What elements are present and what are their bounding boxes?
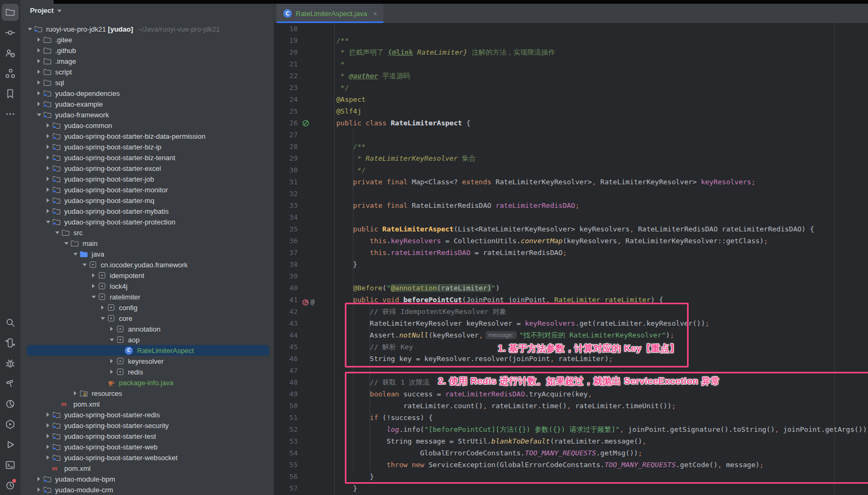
chevron-collapsed-icon[interactable] xyxy=(44,196,52,205)
tree-row-main[interactable]: main xyxy=(20,238,274,249)
code-line-29[interactable]: 29 * RateLimiterKeyResolver 集合 xyxy=(274,153,868,164)
code-line-25[interactable]: 25@Slf4j xyxy=(274,106,868,117)
tree-row-java[interactable]: java xyxy=(20,249,274,259)
code-line-49[interactable]: 49 boolean success = rateLimiterRedisDAO… xyxy=(274,388,868,400)
tree-row-yudao-spring-boot-starter-websocket[interactable]: yudao-spring-boot-starter-websocket xyxy=(20,452,274,463)
tree-row-pom-xml[interactable]: mpom.xml xyxy=(20,399,274,409)
tree-row-aop[interactable]: aop xyxy=(20,334,274,345)
tree-row-yudao-spring-boot-starter-biz-ip[interactable]: yudao-spring-boot-starter-biz-ip xyxy=(20,141,274,152)
chevron-expanded-icon[interactable] xyxy=(89,292,97,301)
commit-icon[interactable] xyxy=(2,24,19,41)
code-line-56[interactable]: 56 } xyxy=(274,471,868,483)
tree-row-config[interactable]: config xyxy=(20,302,274,313)
code-line-19[interactable]: 19/** xyxy=(274,35,868,47)
code-line-18[interactable]: 18 xyxy=(274,23,868,35)
chevron-collapsed-icon[interactable] xyxy=(35,89,43,98)
tree-row-ratelimiteraspect[interactable]: CRateLimiterAspect xyxy=(20,345,274,356)
chevron-expanded-icon[interactable] xyxy=(62,239,70,248)
code-line-27[interactable]: 27 xyxy=(274,129,868,141)
chevron-collapsed-icon[interactable] xyxy=(44,421,52,430)
chevron-collapsed-icon[interactable] xyxy=(108,325,116,333)
code-line-46[interactable]: 46 String key = keyResolver.resolver(joi… xyxy=(274,353,868,365)
code-editor[interactable]: 1819/**20 * 拦截声明了 {@link RateLimiter} 注解… xyxy=(274,23,868,495)
tree-row-pom-xml[interactable]: mpom.xml xyxy=(20,463,274,474)
code-line-30[interactable]: 30 */ xyxy=(274,164,868,176)
search-icon[interactable] xyxy=(2,314,19,331)
code-line-20[interactable]: 20 * 拦截声明了 {@link RateLimiter} 注解的方法，实现限… xyxy=(274,47,868,58)
tree-row--gitee[interactable]: .gitee xyxy=(20,34,274,45)
chevron-expanded-icon[interactable] xyxy=(53,228,61,237)
project-icon[interactable] xyxy=(2,4,19,21)
code-line-42[interactable]: 42 // 获得 IdempotentKeyResolver 对象 xyxy=(274,306,868,318)
code-line-21[interactable]: 21 * xyxy=(274,58,868,70)
code-line-54[interactable]: 54 GlobalErrorCodeConstants.TOO_MANY_REQ… xyxy=(274,447,868,459)
chevron-collapsed-icon[interactable] xyxy=(44,185,52,194)
tree-row-idempotent[interactable]: idempotent xyxy=(20,270,274,281)
code-line-39[interactable]: 39 xyxy=(274,271,868,282)
chevron-collapsed-icon[interactable] xyxy=(35,35,43,44)
profiler-icon[interactable] xyxy=(2,395,19,412)
tree-row-yudao-spring-boot-starter-test[interactable]: yudao-spring-boot-starter-test xyxy=(20,431,274,441)
chevron-collapsed-icon[interactable] xyxy=(35,68,43,76)
chevron-down-icon[interactable] xyxy=(57,10,62,12)
chevron-collapsed-icon[interactable] xyxy=(89,282,97,290)
bean-gutter-icon[interactable] xyxy=(302,119,310,127)
tab-close-icon[interactable]: × xyxy=(373,10,378,18)
tree-row-yudao-example[interactable]: yudao-example xyxy=(20,99,274,109)
chevron-collapsed-icon[interactable] xyxy=(44,142,52,151)
chevron-collapsed-icon[interactable] xyxy=(35,100,43,108)
tree-row-yudao-spring-boot-starter-mybatis[interactable]: yudao-spring-boot-starter-mybatis xyxy=(20,206,274,216)
structure-icon[interactable] xyxy=(2,65,19,82)
tree-row-redis[interactable]: redis xyxy=(20,366,274,377)
services-icon[interactable] xyxy=(2,416,19,433)
code-line-48[interactable]: 48 // 获取 1 次限流 xyxy=(274,377,868,388)
tree-row--github[interactable]: .github xyxy=(20,45,274,56)
notifications-icon[interactable] xyxy=(2,477,19,494)
tree-row-yudao-spring-boot-starter-redis[interactable]: yudao-spring-boot-starter-redis xyxy=(20,409,274,420)
tree-row-yudao-spring-boot-starter-biz-data-permission[interactable]: yudao-spring-boot-starter-biz-data-permi… xyxy=(20,131,274,141)
tree-row-ruoyi-vue-pro-jdk21[interactable]: ruoyi-vue-pro-jdk21 [yudao]~/Java/ruoyi-… xyxy=(20,24,274,34)
code-line-31[interactable]: 31 private final Map<Class<? extends Rat… xyxy=(274,176,868,188)
chevron-expanded-icon[interactable] xyxy=(26,25,34,33)
code-line-24[interactable]: 24@Aspect xyxy=(274,94,868,106)
tree-row-ratelimiter[interactable]: ratelimiter xyxy=(20,291,274,302)
code-line-43[interactable]: 43 RateLimiterKeyResolver keyResolver = … xyxy=(274,318,868,329)
tree-row-yudao-spring-boot-starter-excel[interactable]: yudao-spring-boot-starter-excel xyxy=(20,163,274,174)
tree-row-yudao-common[interactable]: yudao-common xyxy=(20,120,274,131)
tree-row-package-info-java[interactable]: package-info.java xyxy=(20,377,274,388)
chevron-collapsed-icon[interactable] xyxy=(35,485,43,494)
editor-tab-ratelimiteraspect[interactable]: C RateLimiterAspect.java × xyxy=(277,4,383,23)
more-icon[interactable] xyxy=(2,106,19,123)
terminal-icon[interactable] xyxy=(2,456,19,474)
tree-row-yudao-module-bpm[interactable]: yudao-module-bpm xyxy=(20,474,274,484)
chevron-collapsed-icon[interactable] xyxy=(44,121,52,130)
code-line-55[interactable]: 55 throw new ServiceException(GlobalErro… xyxy=(274,459,868,471)
chevron-expanded-icon[interactable] xyxy=(44,218,52,226)
tree-row-yudao-spring-boot-starter-protection[interactable]: yudao-spring-boot-starter-protection xyxy=(20,216,274,227)
chevron-expanded-icon[interactable] xyxy=(80,260,88,269)
code-line-52[interactable]: 52 log.info("[beforePointCut][方法({}) 参数(… xyxy=(274,424,868,436)
tree-row-yudao-module-crm[interactable]: yudao-module-crm xyxy=(20,484,274,495)
tree-row-yudao-spring-boot-starter-web[interactable]: yudao-spring-boot-starter-web xyxy=(20,441,274,452)
chevron-expanded-icon[interactable] xyxy=(99,314,107,322)
code-line-38[interactable]: 38 } xyxy=(274,259,868,271)
code-line-22[interactable]: 22 * @author 芋道源码 xyxy=(274,70,868,82)
tree-row-cn-iocoder-yudao-framework[interactable]: cn.iocoder.yudao.framework xyxy=(20,259,274,270)
code-line-45[interactable]: 45 // 解析 Key xyxy=(274,341,868,353)
chevron-collapsed-icon[interactable] xyxy=(35,46,43,55)
code-line-40[interactable]: 40 @Before("@annotation(rateLimiter)") xyxy=(274,282,868,294)
chevron-collapsed-icon[interactable] xyxy=(108,368,116,376)
code-line-32[interactable]: 32 xyxy=(274,188,868,200)
inout-icon[interactable] xyxy=(2,334,19,351)
tree-row-yudao-spring-boot-starter-job[interactable]: yudao-spring-boot-starter-job xyxy=(20,174,274,184)
chevron-collapsed-icon[interactable] xyxy=(44,453,52,462)
chevron-collapsed-icon[interactable] xyxy=(44,207,52,215)
run-icon[interactable] xyxy=(2,436,19,453)
code-line-36[interactable]: 36 this.keyResolvers = CollectionUtils.c… xyxy=(274,235,868,247)
tree-row-yudao-spring-boot-starter-biz-tenant[interactable]: yudao-spring-boot-starter-biz-tenant xyxy=(20,152,274,163)
code-line-53[interactable]: 53 String message = StrUtil.blankToDefau… xyxy=(274,436,868,447)
code-line-51[interactable]: 51 if (!success) { xyxy=(274,412,868,424)
chevron-collapsed-icon[interactable] xyxy=(44,132,52,140)
tree-row-yudao-spring-boot-starter-security[interactable]: yudao-spring-boot-starter-security xyxy=(20,420,274,431)
tree-row-annotation[interactable]: annotation xyxy=(20,324,274,334)
